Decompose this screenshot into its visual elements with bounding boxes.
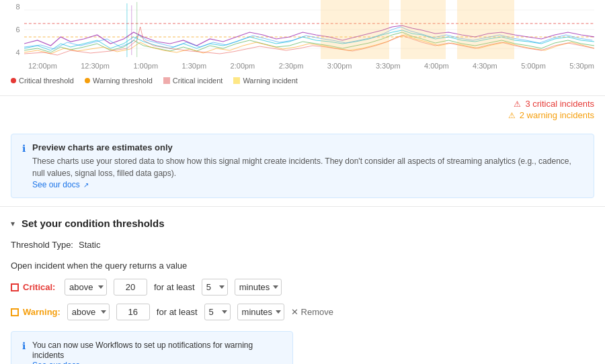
threshold-type-value: Static	[79, 240, 101, 250]
time-label-0: 12:00pm	[28, 62, 57, 70]
critical-threshold-dot	[11, 78, 16, 83]
critical-operator-select[interactable]: above below equals	[65, 279, 107, 295]
y-label-4: 4	[11, 48, 20, 56]
warning-icon: ⚠	[508, 111, 516, 120]
chart-legend: Critical threshold Warning threshold Cri…	[11, 73, 594, 90]
warning-operator-select[interactable]: above below equals	[67, 304, 110, 320]
critical-label: Critical:	[23, 282, 55, 292]
legend-warning-threshold: Warning threshold	[85, 77, 153, 85]
external-link-icon: ↗	[83, 181, 89, 189]
preview-banner-title: Preview charts are estimates only	[32, 142, 583, 152]
warning-duration-select[interactable]: 5 10 15	[204, 304, 231, 320]
time-label-7: 3:30pm	[376, 62, 401, 70]
preview-docs-link[interactable]: See our docs ↗	[32, 180, 89, 189]
legend-warning-incident-label: Warning incident	[243, 77, 298, 85]
warning-threshold-row: Warning: above below equals for at least…	[11, 304, 594, 320]
time-label-4: 2:00pm	[231, 62, 255, 70]
legend-critical-threshold: Critical threshold	[11, 77, 74, 85]
info-icon: ℹ	[22, 143, 26, 189]
chart-canvas	[24, 0, 594, 59]
critical-for-text: for at least	[154, 282, 195, 292]
time-label-1: 12:30pm	[81, 62, 110, 70]
warning-unit-select[interactable]: minutes hours	[237, 304, 284, 320]
remove-x-icon: ✕	[291, 307, 298, 317]
warning-count-label: 2 warning incidents	[520, 110, 594, 120]
time-label-11: 5:30pm	[569, 62, 594, 70]
critical-count-label: 3 critical incidents	[525, 99, 594, 109]
preview-banner-desc: These charts use your stored data to sho…	[32, 155, 583, 179]
critical-unit-select[interactable]: minutes hours	[235, 279, 282, 295]
y-label-6: 6	[11, 26, 20, 34]
y-label-8: 8	[11, 3, 20, 11]
workflow-banner-text: You can now use Workflows to set up noti…	[32, 340, 253, 360]
time-label-6: 3:00pm	[327, 62, 352, 70]
workflow-docs-link[interactable]: See our docs ↗	[32, 361, 89, 364]
warning-label: Warning:	[23, 307, 61, 317]
legend-warning-incident: Warning incident	[233, 77, 298, 85]
warning-incident-count: ⚠ 2 warning incidents	[508, 110, 594, 120]
legend-warning-threshold-label: Warning threshold	[93, 77, 153, 85]
section-header: ▾ Set your condition thresholds	[11, 218, 594, 229]
time-label-2: 1:00pm	[133, 62, 158, 70]
remove-warning-button[interactable]: ✕ Remove	[291, 307, 333, 317]
time-label-10: 5:00pm	[521, 62, 546, 70]
critical-threshold-row: Critical: above below equals for at leas…	[11, 279, 594, 295]
critical-badge-icon	[11, 283, 19, 291]
threshold-rows: Critical: above below equals for at leas…	[11, 279, 594, 320]
warning-value-input[interactable]	[116, 304, 150, 320]
preview-banner-content: Preview charts are estimates only These …	[32, 142, 583, 189]
workflow-banner-content: You can now use Workflows to set up noti…	[32, 340, 282, 364]
warning-threshold-dot	[85, 78, 90, 83]
legend-critical-incident: Critical incident	[163, 77, 223, 85]
incident-counts: ⚠ 3 critical incidents ⚠ 2 warning incid…	[0, 96, 605, 126]
critical-icon: ⚠	[514, 99, 521, 109]
critical-value-input[interactable]	[114, 279, 147, 295]
warning-for-text: for at least	[157, 307, 198, 317]
workflow-info-icon: ℹ	[22, 340, 26, 364]
critical-incident-count: ⚠ 3 critical incidents	[514, 99, 594, 109]
time-label-9: 4:30pm	[473, 62, 497, 70]
critical-badge: Critical:	[11, 282, 58, 292]
condition-section: ▾ Set your condition thresholds Threshol…	[0, 206, 605, 364]
legend-critical-threshold-label: Critical threshold	[19, 77, 74, 85]
legend-critical-incident-label: Critical incident	[173, 77, 223, 85]
threshold-type-label: Threshold Type:	[11, 240, 73, 250]
time-label-5: 2:30pm	[279, 62, 304, 70]
critical-duration-select[interactable]: 5 10 15	[202, 279, 228, 295]
warning-badge: Warning:	[11, 307, 61, 317]
threshold-type-row: Threshold Type: Static	[11, 240, 594, 250]
chevron-icon[interactable]: ▾	[11, 219, 15, 228]
time-axis: 12:00pm 12:30pm 1:00pm 1:30pm 2:00pm 2:3…	[28, 59, 594, 73]
warning-badge-icon	[11, 308, 19, 316]
section-title: Set your condition thresholds	[22, 218, 165, 229]
time-label-3: 1:30pm	[182, 62, 207, 70]
warning-incident-square	[233, 77, 240, 84]
chart-section: 8 6 4	[0, 0, 605, 96]
preview-banner: ℹ Preview charts are estimates only Thes…	[11, 134, 594, 198]
workflow-banner: ℹ You can now use Workflows to set up no…	[11, 331, 293, 364]
open-incident-label: Open incident when the query returns a v…	[11, 261, 594, 271]
time-label-8: 4:00pm	[424, 62, 449, 70]
critical-incident-square	[163, 77, 170, 84]
